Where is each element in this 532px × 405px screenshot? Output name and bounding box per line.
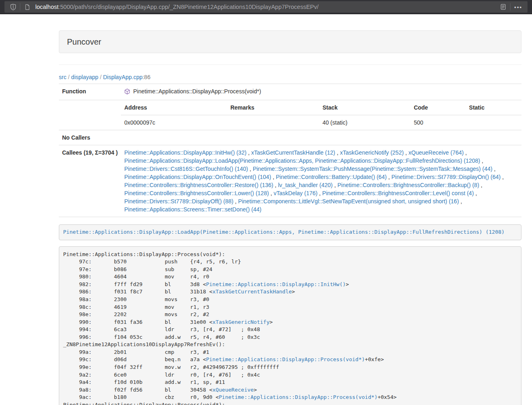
callee-link[interactable]: xQueueReceive (764)	[409, 149, 464, 156]
address-value: 0x0000097c	[121, 115, 227, 130]
address-table-row: 0x0000097c 40 (static) 500	[121, 115, 521, 130]
callers-row: No Callers	[59, 130, 521, 145]
cube-icon	[124, 88, 130, 95]
callee-link[interactable]: lv_task_handler (420)	[278, 182, 333, 188]
load-app-link[interactable]: Pinetime::Applications::DisplayApp::Load…	[63, 229, 505, 235]
callee-link[interactable]: Pinetime::Applications::Screens::Timer::…	[124, 206, 261, 213]
callees-row: Callees (19, Σ=3704 ) Pinetime::Applicat…	[59, 145, 521, 217]
callee-link[interactable]: Pinetime::Controllers::BrightnessControl…	[124, 182, 273, 188]
breadcrumb-link[interactable]: DisplayApp.cpp	[103, 74, 142, 80]
callee-link[interactable]: Pinetime::Controllers::BrightnessControl…	[322, 190, 474, 196]
disassembly-symbol-link[interactable]: xTaskGetCurrentTaskHandle	[212, 289, 292, 295]
breadcrumb-link[interactable]: displayapp	[71, 74, 98, 80]
callee-link[interactable]: Pinetime::Applications::DisplayApp::Init…	[124, 149, 246, 156]
callee-link[interactable]: Pinetime::System::SystemTask::PushMessag…	[253, 166, 493, 172]
divider-rule	[59, 65, 521, 65]
col-code: Code	[411, 100, 466, 115]
breadcrumb-line-number: :86	[142, 74, 150, 80]
col-stack: Stack	[319, 100, 411, 115]
browser-toolbar: localhost:5000/path/src/displayapp/Displ…	[0, 0, 532, 14]
breadcrumb-separator: /	[98, 74, 103, 80]
col-static: Static	[466, 100, 521, 115]
code-value: 500	[411, 115, 466, 130]
shield-icon[interactable]	[8, 2, 18, 12]
callee-link[interactable]: Pinetime::Applications::DisplayApp::Load…	[124, 157, 480, 164]
url-host: localhost	[35, 4, 58, 10]
address-table: Address Remarks Stack Code Static 0x0000…	[121, 100, 521, 130]
address-url[interactable]: localhost:5000/path/src/displayapp/Displ…	[35, 4, 498, 10]
url-bar[interactable]: localhost:5000/path/src/displayapp/Displ…	[4, 1, 528, 13]
callee-link[interactable]: Pinetime::Controllers::BrightnessControl…	[124, 190, 269, 196]
function-row-label: Function	[59, 84, 121, 100]
page-content: Puncover src / displayapp / DisplayApp.c…	[59, 30, 521, 405]
function-row: Function Pinetime::Applications::Display…	[59, 84, 521, 100]
callees-list: Pinetime::Applications::DisplayApp::Init…	[121, 145, 521, 217]
disassembly-code: Pinetime::Applications::DisplayApp::Proc…	[59, 246, 521, 405]
disassembly-symbol-link[interactable]: xTaskGenericNotify	[212, 319, 269, 325]
callee-link[interactable]: Pinetime::Drivers::Cst816S::GetTouchInfo…	[124, 166, 248, 172]
callee-link[interactable]: Pinetime::Drivers::St7789::DisplayOff() …	[124, 198, 233, 205]
callee-link[interactable]: xTaskGenericNotify (252)	[340, 149, 404, 156]
page-actions-menu-icon[interactable]: •••	[513, 4, 524, 10]
stack-value: 40 (static)	[319, 115, 411, 130]
disassembly-symbol-link[interactable]: Pinetime::Applications::DisplayApp::Proc…	[219, 394, 377, 400]
app-title: Puncover	[67, 37, 101, 46]
col-remarks: Remarks	[227, 100, 319, 115]
disassembly-symbol-link[interactable]: Pinetime::Applications::DisplayApp::Init…	[206, 281, 346, 287]
breadcrumb: src / displayapp / DisplayApp.cpp:86	[59, 73, 521, 81]
function-details-row: Address Remarks Stack Code Static 0x0000…	[59, 100, 521, 130]
function-signature: Pinetime::Applications::DisplayApp::Proc…	[133, 87, 261, 95]
callee-link[interactable]: xTaskGetCurrentTaskHandle (12)	[251, 149, 335, 156]
toolbar-divider	[20, 3, 20, 11]
callee-link[interactable]: Pinetime::Components::LittleVgl::SetNewT…	[238, 198, 459, 205]
col-address: Address	[121, 100, 227, 115]
disassembly-symbol-link[interactable]: xQueueReceive	[212, 387, 254, 393]
callers-row-label: No Callers	[59, 130, 121, 145]
static-value	[466, 115, 521, 130]
app-header-panel: Puncover	[59, 30, 521, 53]
callee-link[interactable]: Pinetime::Controllers::BrightnessControl…	[337, 182, 479, 188]
page-icon	[22, 2, 32, 12]
breadcrumb-separator: /	[67, 74, 71, 80]
load-app-snippet: Pinetime::Applications::DisplayApp::Load…	[59, 224, 521, 241]
address-table-header: Address Remarks Stack Code Static	[121, 100, 521, 115]
callee-link[interactable]: Pinetime::Controllers::Battery::Update()…	[276, 174, 387, 180]
remarks-value	[227, 115, 319, 130]
callee-link[interactable]: Pinetime::Drivers::St7789::DisplayOn() (…	[392, 174, 501, 180]
symbol-table: Function Pinetime::Applications::Display…	[59, 84, 521, 217]
callee-link[interactable]: vTaskDelay (176)	[274, 190, 317, 196]
disassembly-symbol-link[interactable]: Pinetime::Applications::DisplayApp::Proc…	[206, 356, 365, 362]
callee-link[interactable]: Pinetime::Applications::DisplayApp::OnTo…	[124, 174, 271, 180]
toolbar-divider	[510, 3, 510, 11]
breadcrumb-link[interactable]: src	[59, 74, 67, 80]
callees-row-label: Callees (19, Σ=3704 )	[59, 145, 121, 217]
url-path: :5000/path/src/displayapp/DisplayApp.cpp…	[58, 4, 319, 10]
reader-mode-icon[interactable]	[498, 2, 508, 12]
